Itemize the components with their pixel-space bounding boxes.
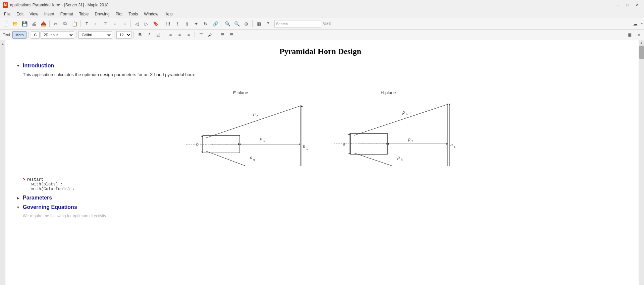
zoom-in-button[interactable]: 🔍	[232, 19, 241, 28]
italic-button[interactable]: I	[145, 31, 153, 39]
menu-edit[interactable]: Edit	[14, 11, 26, 17]
sep3	[130, 20, 131, 27]
fwd-button[interactable]: ▷	[142, 19, 151, 28]
document-area: Pyramidal Horn Design ▼ Introduction Thi…	[5, 40, 639, 285]
star-button[interactable]: ✦	[192, 19, 201, 28]
code-line-3: with(ColorTools) :	[23, 187, 625, 191]
print-button[interactable]: 🖨	[30, 19, 38, 28]
parameters-title: Parameters	[23, 195, 52, 201]
introduction-section-header: ▼ Introduction	[15, 63, 625, 69]
bullet-button[interactable]: ⁞⁞⁞	[164, 19, 172, 28]
left-margin: ▶	[0, 40, 5, 285]
menu-drawing[interactable]: Drawing	[92, 11, 112, 17]
svg-text:b: b	[303, 144, 305, 149]
svg-text:1: 1	[306, 147, 308, 150]
title-bar: M applications,PyramidalHorn* - [Server …	[0, 0, 644, 10]
right-format-tools: ▦ «	[626, 31, 643, 39]
align-right-button[interactable]: ≡	[184, 31, 193, 39]
horn-diagrams: E-plane ρ e	[15, 82, 625, 171]
list1-button[interactable]: ☰	[218, 31, 226, 39]
cloud-button[interactable]: ☁	[631, 19, 640, 28]
exclaim-button[interactable]: !	[173, 19, 182, 28]
menu-bar: File Edit View Insert Format Table Drawi…	[0, 10, 644, 18]
link-button[interactable]: 🔗	[211, 19, 219, 28]
font-size-select[interactable]: 12 10 14 16 18	[116, 31, 131, 39]
sheet-button[interactable]: ▦	[254, 19, 263, 28]
sep1	[49, 20, 50, 27]
svg-line-26	[354, 104, 448, 135]
governing-arrow[interactable]: ▼	[15, 205, 21, 210]
sep2	[80, 20, 81, 27]
math-btn5[interactable]: ↳	[120, 19, 129, 28]
export-button[interactable]: 📤	[39, 19, 48, 28]
open-button[interactable]: 📂	[11, 19, 19, 28]
introduction-title: Introduction	[23, 63, 54, 69]
refresh-button[interactable]: ↻	[201, 19, 210, 28]
back-button[interactable]: ◁	[132, 19, 141, 28]
menu-format[interactable]: Format	[58, 11, 76, 17]
input-mode-select[interactable]: 2D Input 1D Input	[41, 31, 74, 39]
math-btn4[interactable]: ↲	[111, 19, 119, 28]
menu-tools[interactable]: Tools	[126, 11, 141, 17]
sep11	[164, 32, 164, 38]
close-button[interactable]: ✕	[633, 2, 641, 8]
copy-button[interactable]: ⧉	[61, 19, 69, 28]
h-plane-label: H-plane	[381, 90, 396, 95]
math-btn2[interactable]: ›_	[92, 19, 101, 28]
governing-section-header: ▼ Governing Equations	[15, 204, 625, 210]
menu-window[interactable]: Window	[141, 11, 161, 17]
zoom-out-button[interactable]: 🔍	[223, 19, 232, 28]
sep12	[195, 32, 195, 38]
menu-view[interactable]: View	[27, 11, 41, 17]
collapse-all-button[interactable]: «	[635, 31, 643, 39]
maximize-button[interactable]: □	[623, 2, 632, 8]
menu-table[interactable]: Table	[76, 11, 92, 17]
align-center-button[interactable]: ≡	[175, 31, 183, 39]
search-input[interactable]	[274, 20, 321, 27]
scroll-up-arrow[interactable]: ▲	[639, 40, 644, 45]
indent-button[interactable]: ⊤	[197, 31, 205, 39]
underline-button[interactable]: U	[154, 31, 162, 39]
math-btn[interactable]: T	[83, 19, 91, 28]
left-collapse-arrow[interactable]: ▶	[0, 42, 5, 46]
governing-title: Governing Equations	[23, 204, 77, 210]
list2-button[interactable]: ☰	[227, 31, 235, 39]
zoom-reset-button[interactable]: ⊕	[242, 19, 251, 28]
document-title: Pyramidal Horn Design	[15, 47, 625, 56]
math-mode-button[interactable]: Math	[12, 31, 26, 39]
cut-button[interactable]: ✂	[51, 19, 60, 28]
new-button[interactable]: 📄	[1, 19, 10, 28]
menu-help[interactable]: Help	[162, 11, 175, 17]
code-text-1: restart :	[26, 177, 48, 182]
help-button[interactable]: ?	[264, 19, 272, 28]
sep10	[133, 32, 134, 38]
menu-file[interactable]: File	[1, 11, 13, 17]
align-left-button[interactable]: ≡	[166, 31, 174, 39]
code-line-1: > restart :	[23, 177, 625, 182]
right-scrollbar[interactable]: ▲	[639, 40, 644, 285]
title-bar-text: applications,PyramidalHorn* - [Server 31…	[10, 3, 108, 7]
bold-button[interactable]: B	[136, 31, 144, 39]
scrollbar-thumb[interactable]	[639, 46, 644, 59]
minimize-button[interactable]: ─	[614, 2, 623, 8]
color-button[interactable]: 🖌	[206, 31, 214, 39]
bookmark-button[interactable]: 🔖	[151, 19, 160, 28]
paste-button[interactable]: 📋	[70, 19, 79, 28]
introduction-body: This application calculates the optimum …	[23, 72, 625, 77]
svg-text:ρ: ρ	[408, 137, 411, 141]
svg-text:ρ: ρ	[253, 112, 256, 116]
menu-plot[interactable]: Plot	[113, 11, 125, 17]
svg-text:e: e	[257, 114, 258, 118]
parameters-arrow[interactable]: ▶	[15, 195, 21, 201]
font-select[interactable]: Calibri Arial Times New Roman	[78, 31, 112, 39]
sep4	[162, 20, 162, 27]
menu-insert[interactable]: Insert	[42, 11, 57, 17]
c-button[interactable]: C	[31, 31, 40, 39]
view-toggle-button[interactable]: ▦	[626, 31, 634, 39]
svg-text:e: e	[253, 158, 255, 161]
math-btn3[interactable]: ⊤	[101, 19, 110, 28]
save-button[interactable]: 💾	[20, 19, 29, 28]
e-plane-svg: E-plane ρ e	[183, 86, 310, 166]
introduction-arrow[interactable]: ▼	[15, 63, 21, 68]
info-button[interactable]: ℹ	[182, 19, 191, 28]
